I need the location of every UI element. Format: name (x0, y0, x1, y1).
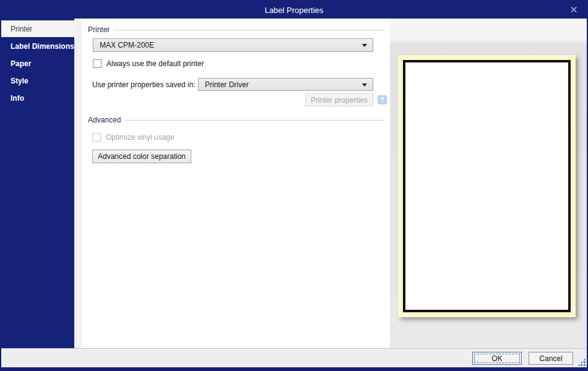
help-icon[interactable]: ? (378, 95, 387, 104)
window-bottom-border (1, 367, 587, 370)
resize-grip-icon[interactable] (577, 358, 586, 366)
printer-section-title: Printer (88, 25, 110, 34)
cancel-button[interactable]: Cancel (529, 352, 573, 365)
dialog-footer: OK Cancel (1, 348, 587, 367)
sidebar-item-label: Style (11, 77, 28, 85)
printer-select-dropdown[interactable]: MAX CPM-200E (93, 38, 373, 52)
advanced-color-separation-button[interactable]: Advanced color separation (92, 150, 191, 163)
dialog-body: Printer Label Dimensions Paper Style Inf… (1, 19, 587, 348)
sidebar-item-label: Label Dimensions (11, 42, 74, 51)
sidebar-item-style[interactable]: Style (1, 72, 74, 90)
sidebar-item-printer[interactable]: Printer (1, 20, 74, 37)
advanced-section-title: Advanced (88, 116, 121, 124)
chevron-down-icon (362, 83, 367, 87)
label-preview-panel (390, 19, 587, 348)
titlebar: Label Properties ✕ (1, 1, 587, 19)
printer-properties-button: Printer properties (305, 93, 373, 106)
saved-in-value: Printer Driver (205, 80, 249, 89)
ok-button-label: OK (491, 354, 502, 363)
advanced-color-separation-label: Advanced color separation (98, 152, 186, 161)
always-default-printer-label: Always use the default printer (106, 59, 204, 68)
ok-button[interactable]: OK (472, 352, 522, 365)
sidebar-gutter (74, 19, 82, 348)
sidebar-item-paper[interactable]: Paper (1, 55, 74, 72)
sidebar-item-label: Printer (11, 25, 32, 33)
saved-in-label: Use printer properties saved in: (92, 80, 196, 89)
sidebar: Printer Label Dimensions Paper Style Inf… (1, 19, 74, 348)
printer-properties-label: Printer properties (311, 96, 368, 104)
close-icon[interactable]: ✕ (567, 4, 581, 16)
label-page (403, 60, 571, 312)
printer-select-value: MAX CPM-200E (100, 41, 154, 49)
sidebar-item-label-dimensions[interactable]: Label Dimensions (1, 38, 74, 55)
section-divider (114, 30, 385, 30)
saved-in-dropdown[interactable]: Printer Driver (198, 78, 373, 91)
dialog-title: Label Properties (265, 6, 324, 15)
cancel-button-label: Cancel (539, 354, 562, 363)
sidebar-item-label: Info (11, 94, 24, 103)
chevron-down-icon (362, 44, 367, 47)
always-default-printer-checkbox[interactable]: Always use the default printer (93, 59, 204, 68)
printer-settings-panel: Printer MAX CPM-200E Always use the defa… (82, 19, 390, 348)
optimize-vinyl-checkbox: Optimize vinyl usage (92, 133, 175, 142)
help-glyph: ? (380, 96, 384, 103)
label-properties-dialog: Label Properties ✕ Printer Label Dimensi… (0, 0, 588, 371)
sidebar-item-info[interactable]: Info (1, 90, 74, 107)
optimize-vinyl-label: Optimize vinyl usage (106, 133, 175, 142)
checkbox-icon[interactable] (93, 59, 102, 68)
advanced-section-header: Advanced (88, 116, 385, 124)
checkbox-icon (92, 133, 101, 142)
label-preview (398, 55, 576, 317)
sidebar-item-label: Paper (11, 59, 31, 68)
printer-section-header: Printer (88, 25, 385, 34)
section-divider (125, 120, 385, 121)
